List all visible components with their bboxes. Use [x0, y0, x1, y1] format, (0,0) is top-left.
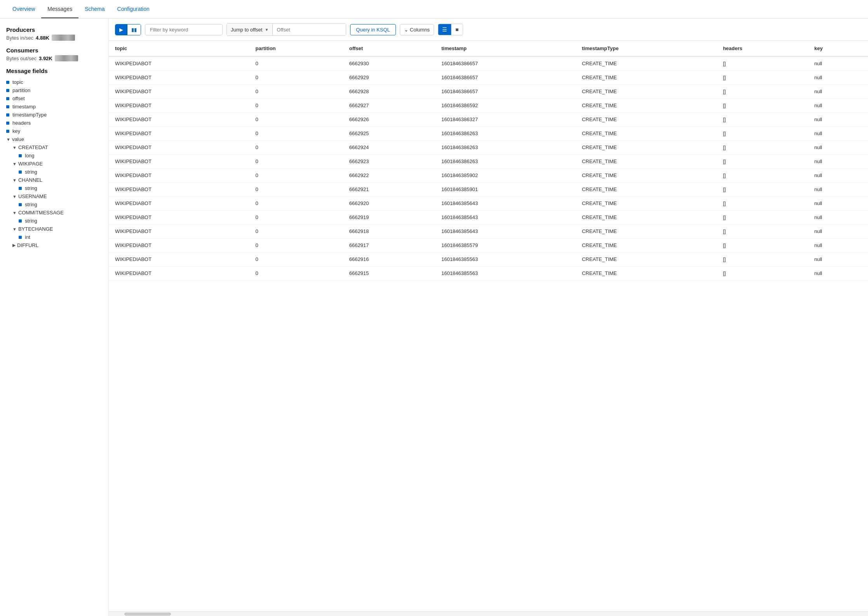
col-header-offset: offset [343, 41, 435, 56]
field-label-string-wiki: string [25, 169, 37, 175]
producers-sparkline [52, 35, 75, 41]
cell-topic: WIKIPEDIABOT [109, 71, 249, 85]
cell-key: null [808, 252, 868, 266]
field-label-offset: offset [12, 96, 25, 101]
field-item-string-channel[interactable]: string [6, 184, 102, 192]
field-item-int[interactable]: int [6, 233, 102, 241]
field-item-value[interactable]: ▼value [6, 135, 102, 143]
field-label-value: value [12, 136, 24, 142]
table-row[interactable]: WIKIPEDIABOT066629231601846386263CREATE_… [109, 155, 868, 169]
field-item-username[interactable]: ▼USERNAME [6, 192, 102, 200]
table-row[interactable]: WIKIPEDIABOT066629151601846385563CREATE_… [109, 266, 868, 280]
table-row[interactable]: WIKIPEDIABOT066629291601846386657CREATE_… [109, 71, 868, 85]
table-row[interactable]: WIKIPEDIABOT066629241601846386263CREATE_… [109, 141, 868, 155]
cell-topic: WIKIPEDIABOT [109, 252, 249, 266]
field-item-channel[interactable]: ▼CHANNEL [6, 176, 102, 184]
table-row[interactable]: WIKIPEDIABOT066629201601846385643CREATE_… [109, 197, 868, 211]
table-body: WIKIPEDIABOT066629301601846386657CREATE_… [109, 56, 868, 280]
table-row[interactable]: WIKIPEDIABOT066629171601846385579CREATE_… [109, 238, 868, 252]
field-label-timestamptype: timestampType [12, 112, 47, 118]
nav-tab-schema[interactable]: Schema [78, 0, 111, 18]
messages-table-container[interactable]: topicpartitionoffsettimestamptimestampTy… [109, 41, 868, 611]
table-row[interactable]: WIKIPEDIABOT066629261601846386327CREATE_… [109, 113, 868, 127]
cell-timestamp: 1601846385643 [435, 224, 576, 238]
cell-key: null [808, 197, 868, 211]
table-row[interactable]: WIKIPEDIABOT066629161601846385563CREATE_… [109, 252, 868, 266]
cell-headers: [] [717, 85, 808, 99]
field-dot-icon [6, 130, 9, 133]
field-item-string-commit[interactable]: string [6, 217, 102, 225]
field-item-string-wiki[interactable]: string [6, 168, 102, 176]
columns-button[interactable]: ⌄ Columns [400, 24, 434, 35]
cell-key: null [808, 99, 868, 113]
producers-metric-value: 4.88K [36, 35, 49, 41]
jump-label[interactable]: Jump to offset ▼ [227, 24, 273, 35]
cell-timestamp: 1601846385643 [435, 211, 576, 224]
cell-offset: 6662921 [343, 183, 435, 197]
cell-offset: 6662922 [343, 169, 435, 183]
cell-headers: [] [717, 155, 808, 169]
cell-topic: WIKIPEDIABOT [109, 141, 249, 155]
cell-topic: WIKIPEDIABOT [109, 183, 249, 197]
field-item-bytechange[interactable]: ▼BYTECHANGE [6, 225, 102, 233]
ksql-button[interactable]: Query in KSQL [350, 24, 396, 35]
field-item-partition[interactable]: partition [6, 86, 102, 94]
consumers-metric-value: 3.92K [39, 56, 52, 61]
cell-timestamp: 1601846386657 [435, 56, 576, 71]
expand-icon: ▼ [12, 211, 17, 215]
table-row[interactable]: WIKIPEDIABOT066629251601846386263CREATE_… [109, 127, 868, 141]
toolbar: ▶ ▮▮ Jump to offset ▼ Query in KSQL ⌄ Co… [109, 19, 868, 41]
table-row[interactable]: WIKIPEDIABOT066629191601846385643CREATE_… [109, 211, 868, 224]
play-button[interactable]: ▶ [115, 24, 127, 35]
field-item-key[interactable]: key [6, 127, 102, 135]
table-row[interactable]: WIKIPEDIABOT066629221601846385902CREATE_… [109, 169, 868, 183]
table-row[interactable]: WIKIPEDIABOT066629301601846386657CREATE_… [109, 56, 868, 71]
grid-view-button[interactable]: ■ [451, 24, 462, 35]
cell-topic: WIKIPEDIABOT [109, 224, 249, 238]
cell-timestampType: CREATE_TIME [576, 141, 717, 155]
field-label-timestamp: timestamp [12, 104, 36, 110]
field-item-string-username[interactable]: string [6, 200, 102, 209]
search-input[interactable] [145, 24, 223, 35]
cell-key: null [808, 56, 868, 71]
field-item-offset[interactable]: offset [6, 94, 102, 103]
expand-icon: ▼ [12, 227, 17, 231]
nav-tab-configuration[interactable]: Configuration [111, 0, 156, 18]
field-item-diffurl[interactable]: ▶DIFFURL [6, 241, 102, 249]
field-item-timestamptype[interactable]: timestampType [6, 111, 102, 119]
cell-headers: [] [717, 127, 808, 141]
field-label-createdat: CREATEDAT [18, 144, 48, 150]
field-item-createdat[interactable]: ▼CREATEDAT [6, 143, 102, 151]
field-item-topic[interactable]: topic [6, 78, 102, 86]
field-item-timestamp[interactable]: timestamp [6, 103, 102, 111]
field-item-long[interactable]: long [6, 151, 102, 160]
table-row[interactable]: WIKIPEDIABOT066629181601846385643CREATE_… [109, 224, 868, 238]
field-label-partition: partition [12, 87, 30, 93]
table-row[interactable]: WIKIPEDIABOT066629271601846386592CREATE_… [109, 99, 868, 113]
cell-key: null [808, 155, 868, 169]
field-item-wikipage[interactable]: ▼WIKIPAGE [6, 160, 102, 168]
cell-topic: WIKIPEDIABOT [109, 85, 249, 99]
consumers-metric-label: Bytes out/sec [6, 56, 37, 61]
field-label-topic: topic [12, 79, 23, 85]
field-item-headers[interactable]: headers [6, 119, 102, 127]
cell-offset: 6662919 [343, 211, 435, 224]
col-header-headers: headers [717, 41, 808, 56]
table-row[interactable]: WIKIPEDIABOT066629211601846385901CREATE_… [109, 183, 868, 197]
pause-button[interactable]: ▮▮ [127, 24, 141, 35]
cell-headers: [] [717, 211, 808, 224]
cell-offset: 6662929 [343, 71, 435, 85]
field-dot-icon [19, 236, 22, 239]
cell-timestampType: CREATE_TIME [576, 238, 717, 252]
offset-input[interactable] [273, 24, 346, 35]
field-item-commitmessage[interactable]: ▼COMMITMESSAGE [6, 209, 102, 217]
horizontal-scrollbar[interactable] [109, 611, 868, 616]
expand-icon: ▼ [12, 194, 17, 199]
list-view-button[interactable]: ☰ [438, 24, 451, 35]
cell-topic: WIKIPEDIABOT [109, 113, 249, 127]
nav-tab-overview[interactable]: Overview [6, 0, 41, 18]
table-row[interactable]: WIKIPEDIABOT066629281601846386657CREATE_… [109, 85, 868, 99]
nav-tab-messages[interactable]: Messages [41, 0, 78, 18]
field-dot-icon [6, 81, 9, 84]
expand-icon: ▼ [6, 137, 10, 142]
